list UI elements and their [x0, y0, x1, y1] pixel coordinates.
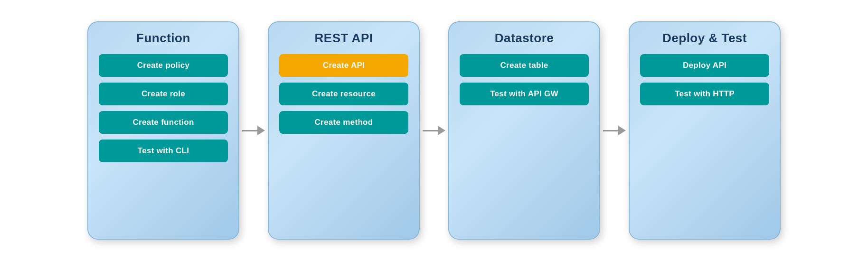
panel-deploy-test: Deploy & TestDeploy APITest with HTTP — [629, 21, 781, 240]
panel-rest-api: REST APICreate APICreate resourceCreate … — [268, 21, 420, 240]
panel-title-deploy-test: Deploy & Test — [662, 31, 747, 46]
arrow-head — [257, 126, 265, 135]
panel-title-rest-api: REST API — [315, 31, 373, 46]
arrow-line — [242, 130, 257, 131]
panel-title-function: Function — [136, 31, 190, 46]
arrow-3 — [600, 126, 629, 135]
arrow-2 — [420, 126, 448, 135]
btn-datastore-0[interactable]: Create table — [460, 54, 589, 77]
panel-function: FunctionCreate policyCreate roleCreate f… — [87, 21, 239, 240]
btn-function-0[interactable]: Create policy — [99, 54, 228, 77]
arrow-head — [618, 126, 626, 135]
btn-function-2[interactable]: Create function — [99, 111, 228, 134]
btn-function-3[interactable]: Test with CLI — [99, 140, 228, 162]
btn-datastore-1[interactable]: Test with API GW — [460, 83, 589, 105]
btn-deploy-test-1[interactable]: Test with HTTP — [640, 83, 769, 105]
btn-rest-api-0[interactable]: Create API — [279, 54, 408, 77]
btn-function-1[interactable]: Create role — [99, 83, 228, 105]
arrow-line — [603, 130, 618, 131]
arrow-line — [423, 130, 438, 131]
arrow-1 — [239, 126, 268, 135]
panel-title-datastore: Datastore — [495, 31, 554, 46]
btn-rest-api-1[interactable]: Create resource — [279, 83, 408, 105]
diagram: FunctionCreate policyCreate roleCreate f… — [87, 21, 781, 240]
panel-datastore: DatastoreCreate tableTest with API GW — [448, 21, 600, 240]
arrow-head — [438, 126, 445, 135]
btn-rest-api-2[interactable]: Create method — [279, 111, 408, 134]
btn-deploy-test-0[interactable]: Deploy API — [640, 54, 769, 77]
